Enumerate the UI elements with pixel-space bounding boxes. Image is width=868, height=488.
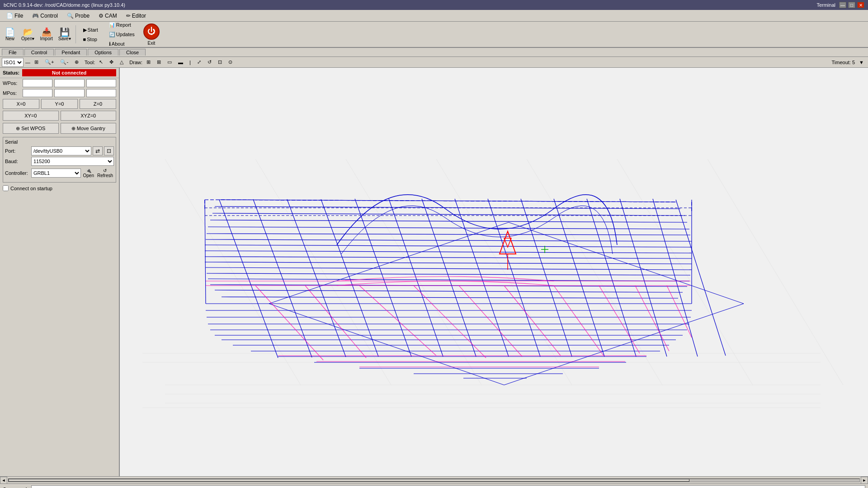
start-icon: ▶ [83,27,87,33]
open-button[interactable]: 📂 Open▾ [19,27,37,42]
updates-button[interactable]: 🔄 Updates [106,30,138,39]
xy-xyz-coord-row: XY=0 XYZ=0 [0,110,119,122]
close-button[interactable]: ✕ [857,2,864,8]
mpos-row: MPos: [0,88,119,98]
open-button[interactable]: 🔌 Open [82,167,95,179]
connect-startup-row: Connect on startup [0,184,119,192]
mpos-z-input[interactable] [86,89,116,97]
wpos-row: WPos: [0,78,119,88]
baud-label: Baud: [5,159,30,164]
scroll-thumb[interactable] [9,479,689,482]
horizontal-scrollbar[interactable]: ◄ ► [0,476,868,483]
mpos-x-input[interactable] [23,89,52,97]
port-label: Port: [5,148,30,154]
main-area: Status: Not connected WPos: MPos: X=0 Y=… [0,68,868,476]
about-button[interactable]: ℹ About [106,40,138,48]
tab-pendant[interactable]: Pendant [55,49,87,56]
svg-rect-0 [120,69,868,475]
refresh-button[interactable]: ↺ Refresh [96,167,114,179]
draw-axes-button[interactable]: ⊞ [155,58,163,66]
move-gantry-button[interactable]: ⊕ Move Gantry [61,123,117,134]
zoom-fit-button[interactable]: ⊞ [32,58,41,66]
open-icon: 📂 [23,28,33,36]
updates-icon: 🔄 [109,32,115,38]
tab-close[interactable]: Close [119,49,146,56]
import-button[interactable]: 📥 Import [38,27,55,42]
tab-options[interactable]: Options [88,49,118,56]
draw-point-button[interactable]: | [187,59,193,66]
status-value: Not connected [22,69,116,76]
xyz-coord-button[interactable]: XYZ=0 [61,111,117,121]
terminal-label: Terminal [816,2,835,8]
xy-coord-button[interactable]: XY=0 [3,111,59,121]
wpos-gantry-row: ⊕ Set WPOS ⊕ Move Gantry [0,122,119,135]
status-label: Status: [3,70,19,75]
wpos-x-input[interactable] [23,79,52,87]
draw-line-button[interactable]: ▬ [176,59,185,66]
scroll-track[interactable] [8,479,860,482]
toolbar: 📄 New 📂 Open▾ 📥 Import 💾 Save▾ ▶ Start ■… [0,22,868,48]
save-button[interactable]: 💾 Save▾ [56,27,73,42]
port-select[interactable]: /dev/ttyUSB0 [31,146,91,155]
scroll-right-button[interactable]: ► [861,477,868,484]
draw-extra2-button[interactable]: ⊙ [226,58,235,66]
bottombar: Command: [0,483,868,488]
menu-cam[interactable]: ⚙ CAM [94,12,122,20]
connect-startup-checkbox[interactable] [3,185,9,191]
exit-button[interactable]: ⏻ [143,23,160,40]
tool-draw-button[interactable]: △ [118,58,126,66]
menubar: 📄 File 🎮 Control 🔍 Probe ⚙ CAM ✏ Editor [0,10,868,22]
start-button[interactable]: ▶ Start [80,26,101,34]
draw-extra-button[interactable]: ⊡ [216,58,224,66]
command-input[interactable] [31,485,865,488]
new-icon: 📄 [5,28,15,36]
import-icon: 📥 [42,28,52,36]
stop-button[interactable]: ■ Stop [80,35,101,43]
zoom-in-button[interactable]: 🔍+ [42,58,56,66]
view-select[interactable]: ISO1 ISO2 Top Front [2,58,24,67]
zoom-custom-button[interactable]: ⊕ [72,58,81,66]
menu-probe[interactable]: 🔍 Probe [62,12,94,20]
status-row: Status: Not connected [0,68,119,78]
port-icon2-button[interactable]: ⊡ [104,146,114,155]
view-separator: — [25,60,30,65]
titlebar: bCNC 0.9.14-dev: /root/CAD/dome.ngc (lin… [0,0,868,10]
tool-select-button[interactable]: ↖ [97,58,105,66]
baud-row: Baud: 115200 9600 57600 [5,157,114,166]
tab-file[interactable]: File [2,49,24,56]
z-coord-button[interactable]: Z=0 [80,99,116,109]
draw-refresh-button[interactable]: ↺ [205,58,214,66]
menu-editor[interactable]: ✏ Editor [122,12,151,20]
tool-move-button[interactable]: ✥ [107,58,116,66]
controller-row: Controller: GRBL1 GRBL0 Smoothie 🔌 Open … [5,167,114,179]
draw-rect-button[interactable]: ▭ [165,58,174,66]
minimize-button[interactable]: — [839,2,846,8]
baud-select[interactable]: 115200 9600 57600 [31,157,114,166]
zoom-out-button[interactable]: 🔍- [58,58,71,66]
set-wpos-button[interactable]: ⊕ Set WPOS [3,123,59,134]
probe-icon: 🔍 [67,13,74,19]
x-coord-button[interactable]: X=0 [3,99,39,109]
report-button[interactable]: 📊 Report [106,21,138,29]
title-text: bCNC 0.9.14-dev: /root/CAD/dome.ngc (lin… [4,2,125,8]
controller-select[interactable]: GRBL1 GRBL0 Smoothie [31,169,81,178]
menu-file[interactable]: 📄 File [2,12,28,20]
menu-control[interactable]: 🎮 Control [28,12,62,20]
open-icon: 🔌 [86,168,91,173]
mpos-y-input[interactable] [54,89,84,97]
control-icon: 🎮 [32,13,39,19]
maximize-button[interactable]: □ [848,2,855,8]
save-icon: 💾 [60,28,70,36]
port-icon-button[interactable]: ⇄ [93,146,103,155]
new-button[interactable]: 📄 New [2,27,18,42]
y-coord-button[interactable]: Y=0 [41,99,78,109]
timeout-expand-button[interactable]: ▼ [857,59,866,66]
wpos-z-input[interactable] [86,79,116,87]
draw-grid-button[interactable]: ⊞ [144,58,153,66]
draw-fill-button[interactable]: ⤢ [195,58,203,66]
tab-control[interactable]: Control [24,49,54,56]
scroll-left-button[interactable]: ◄ [0,477,7,484]
wpos-y-input[interactable] [54,79,84,87]
serial-title: Serial [5,139,114,145]
viewport[interactable] [120,68,868,476]
